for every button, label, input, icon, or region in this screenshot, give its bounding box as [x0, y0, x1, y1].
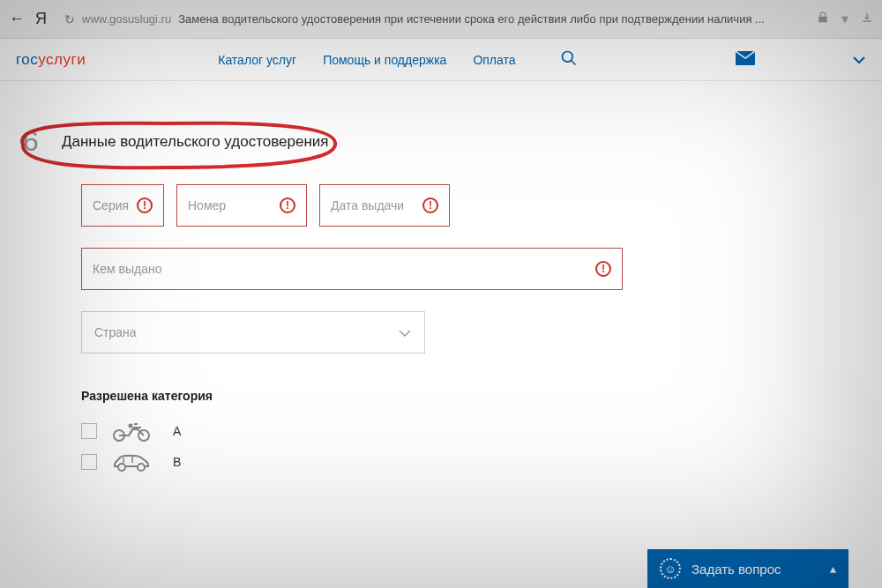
- motorcycle-icon: [111, 421, 159, 442]
- svg-point-7: [118, 464, 125, 471]
- issue-date-placeholder: Дата выдачи: [331, 198, 404, 212]
- category-row-a: A: [81, 421, 864, 442]
- nav-catalog[interactable]: Каталог услуг: [218, 53, 296, 67]
- refresh-icon[interactable]: ↻: [64, 12, 75, 26]
- svg-point-1: [562, 51, 572, 62]
- chevron-down-icon: [398, 324, 412, 342]
- bookmark-icon[interactable]: ▾: [841, 11, 848, 27]
- series-placeholder: Серия: [93, 198, 129, 212]
- categories-section: Разрешена категория A: [18, 354, 864, 472]
- error-icon: !: [137, 197, 153, 213]
- page-title-text: Замена водительского удостоверения при и…: [178, 12, 765, 26]
- ask-question-label: Задать вопрос: [691, 562, 781, 577]
- svg-point-6: [129, 424, 133, 428]
- security-icon[interactable]: [817, 11, 829, 27]
- error-icon: !: [280, 197, 295, 213]
- categories-title: Разрешена категория: [81, 389, 864, 403]
- site-header: госуслуги Каталог услуг Помощь и поддерж…: [0, 39, 882, 81]
- browser-actions: ▾: [817, 11, 873, 27]
- svg-rect-0: [818, 16, 826, 21]
- nav-payment[interactable]: Оплата: [473, 53, 515, 67]
- back-button[interactable]: ←: [9, 10, 25, 28]
- issue-date-input[interactable]: Дата выдачи !: [319, 184, 450, 227]
- chat-icon: ☺: [660, 558, 681, 579]
- country-select[interactable]: Страна: [81, 311, 425, 354]
- main-nav: Каталог услуг Помощь и поддержка Оплата: [218, 53, 515, 67]
- series-input[interactable]: Серия !: [81, 184, 164, 227]
- step-title: Данные водительского удостоверения: [62, 133, 328, 151]
- yandex-logo: Я: [35, 10, 47, 28]
- step-number: 6: [18, 125, 44, 158]
- mail-icon[interactable]: [736, 51, 755, 69]
- browser-toolbar: ← Я ↻ www.gosuslugi.ru Замена водительск…: [0, 0, 882, 39]
- category-b-label: B: [173, 455, 181, 469]
- category-a-label: A: [173, 424, 181, 438]
- svg-line-2: [571, 60, 575, 64]
- issued-by-placeholder: Кем выдано: [93, 262, 161, 276]
- issued-by-input[interactable]: Кем выдано !: [81, 248, 623, 290]
- step-6-section: 6 Данные водительского удостоверения Сер…: [0, 99, 882, 472]
- category-row-b: B: [81, 452, 864, 472]
- car-icon: [111, 452, 159, 472]
- ask-question-button[interactable]: ☺ Задать вопрос ▴: [647, 549, 848, 588]
- download-icon[interactable]: [861, 11, 873, 27]
- number-placeholder: Номер: [188, 198, 226, 212]
- chevron-up-icon: ▴: [830, 562, 836, 576]
- nav-help[interactable]: Помощь и поддержка: [323, 53, 446, 67]
- gosuslugi-logo[interactable]: госуслуги: [16, 51, 86, 69]
- address-bar[interactable]: ↻ www.gosuslugi.ru Замена водительского …: [57, 12, 806, 26]
- url-domain: www.gosuslugi.ru: [82, 12, 171, 26]
- country-placeholder: Страна: [94, 325, 137, 339]
- user-menu-icon[interactable]: [852, 52, 866, 68]
- svg-point-8: [138, 464, 145, 471]
- category-b-checkbox[interactable]: [81, 454, 97, 470]
- error-icon: !: [422, 197, 438, 213]
- form-content: 6 Данные водительского удостоверения Сер…: [0, 81, 882, 588]
- category-a-checkbox[interactable]: [81, 423, 97, 439]
- number-input[interactable]: Номер !: [176, 184, 307, 227]
- error-icon: !: [595, 261, 611, 277]
- search-icon[interactable]: [560, 49, 578, 71]
- license-form: Серия ! Номер ! Дата выдачи ! Кем выдано…: [18, 158, 864, 354]
